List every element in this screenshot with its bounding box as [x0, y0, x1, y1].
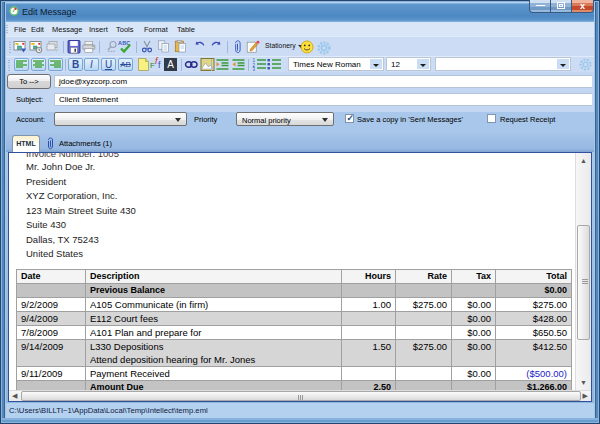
svg-text:3: 3	[253, 67, 256, 71]
